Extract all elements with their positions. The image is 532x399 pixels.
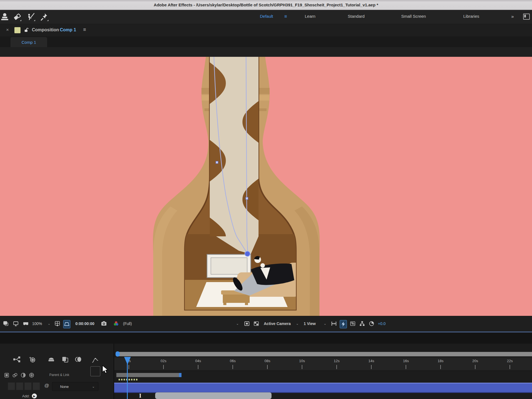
snapshot-camera-icon[interactable] <box>101 320 107 327</box>
composition-panel-header: × Composition Comp 1 ≡ <box>0 24 532 36</box>
add-menu-icon[interactable]: ▶ <box>32 393 37 398</box>
3d-view-popup[interactable]: Active Camera <box>264 320 291 327</box>
parent-pick-whip-icon[interactable]: @ <box>44 383 49 388</box>
magnification-value[interactable]: 100% <box>32 320 42 327</box>
switches-column-icon <box>4 372 9 378</box>
time-ruler[interactable]: 0s02s04s06s08s10s12s14s16s18s20s22s <box>114 357 532 371</box>
composition-viewport[interactable] <box>0 57 532 316</box>
timeline-panel: Parent & Link @ None ⌄ Add: ▶ <box>0 344 532 399</box>
layer-switch-cell[interactable] <box>16 382 23 390</box>
workspace-overflow-chevrons[interactable]: » <box>511 14 514 19</box>
unlock-icon[interactable] <box>24 28 29 32</box>
channel-settings-icon[interactable] <box>113 320 119 327</box>
ottoman-body <box>223 295 250 303</box>
ruler-tick <box>406 365 406 369</box>
viewer-chrome-gap <box>0 47 532 57</box>
magnification-chevron-icon[interactable]: ⌄ <box>48 320 50 327</box>
selected-layer-bar[interactable] <box>114 383 532 393</box>
ruler-tick <box>336 365 337 369</box>
resolution-value[interactable]: (Full) <box>123 320 132 327</box>
frame-blend-icon[interactable] <box>62 356 69 363</box>
view-layout-chevron-icon[interactable]: ⌄ <box>324 320 326 327</box>
workspace-tab-learn[interactable]: Learn <box>305 14 315 19</box>
mask-visibility-icon[interactable] <box>63 320 70 328</box>
shy-icon[interactable] <box>48 356 55 363</box>
resolution-chevron-icon[interactable]: ⌄ <box>236 320 239 327</box>
ruler-label: 02s <box>157 359 170 363</box>
motion-blur-icon[interactable] <box>75 356 82 363</box>
text-cursor: I <box>139 392 141 399</box>
layer-duration-bar[interactable] <box>155 392 272 399</box>
layer-switch-cell[interactable] <box>24 382 32 390</box>
3d-ball-column-icon <box>29 372 34 378</box>
panel-close-icon[interactable]: × <box>6 27 9 33</box>
flowchart-icon[interactable] <box>359 320 365 327</box>
goggles-icon[interactable] <box>23 320 29 327</box>
parent-dropdown[interactable]: None ⌄ <box>52 382 98 391</box>
tab-label: Comp 1 <box>22 40 36 45</box>
title-bar: Adobe After Effects - /Users/skylar/Desk… <box>0 0 532 10</box>
ruler-label: 08s <box>261 359 273 363</box>
workspace-tab-standard[interactable]: Standard <box>348 14 365 19</box>
ruler-label: 06s <box>227 359 239 363</box>
view-layout-popup[interactable]: 1 View <box>304 320 316 327</box>
tools-toolbar: Default ≡ Learn Standard Small Screen Li… <box>0 10 532 24</box>
frames-preview-icon[interactable] <box>3 320 9 327</box>
scotch-bottle-artwork <box>0 57 532 316</box>
work-area-bar[interactable] <box>116 373 181 377</box>
navigator-start-handle[interactable] <box>116 351 120 357</box>
link-column-icon <box>12 372 18 378</box>
current-time-display[interactable]: 0:00:00:00 <box>75 320 94 327</box>
timeline-panel-icon[interactable] <box>350 320 356 327</box>
ruler-label: 14s <box>365 359 377 363</box>
fast-previews-icon[interactable] <box>340 320 347 328</box>
parent-link-column-header: Parent & Link <box>49 373 69 377</box>
timeline-track-area: 0s02s04s06s08s10s12s14s16s18s20s22s I <box>114 344 532 399</box>
mouse-cursor <box>102 365 109 375</box>
time-navigator-bar[interactable] <box>116 352 532 356</box>
transparency-grid-icon[interactable] <box>253 320 259 327</box>
ruler-label: 20s <box>469 359 481 363</box>
clone-stamp-tool-icon[interactable] <box>0 12 9 22</box>
chevron-down-icon: ⌄ <box>92 385 95 388</box>
viewer-tab-row: Comp 1 <box>0 36 532 47</box>
flyout-indicator <box>20 20 21 21</box>
3d-view-chevron-icon[interactable]: ⌄ <box>296 320 299 327</box>
ruler-tick <box>440 365 441 369</box>
work-area-end-handle[interactable] <box>179 373 181 377</box>
layer-switch-cell[interactable] <box>33 382 40 390</box>
workspace-tab-small-screen[interactable]: Small Screen <box>401 14 426 19</box>
roto-brush-tool-icon[interactable] <box>26 12 36 22</box>
workspace-tab-libraries[interactable]: Libraries <box>463 14 479 19</box>
active-comp-name[interactable]: Comp 1 <box>60 27 76 32</box>
draft-3d-icon[interactable] <box>29 356 36 363</box>
exposure-value[interactable]: +0.0 <box>378 320 386 327</box>
mask-vertex <box>246 197 248 200</box>
ruler-label: 04s <box>192 359 204 363</box>
tab-comp-1[interactable]: Comp 1 <box>11 37 47 47</box>
pixel-aspect-icon[interactable] <box>331 320 337 327</box>
graph-editor-icon[interactable] <box>102 356 109 363</box>
ruler-tick <box>510 365 510 369</box>
ruler-tick <box>163 365 164 369</box>
ruler-tick <box>475 365 475 369</box>
window-title: Adobe After Effects - /Users/skylar/Desk… <box>154 2 378 7</box>
keyframe-dash <box>121 379 122 380</box>
comp-mini-flowchart-icon[interactable] <box>13 356 21 363</box>
eraser-tool-icon[interactable] <box>12 12 22 22</box>
ruler-label: 16s <box>400 359 412 363</box>
workspace-menu-icon[interactable]: ≡ <box>284 14 287 19</box>
monitor-icon[interactable] <box>13 320 19 327</box>
panel-icon[interactable] <box>523 14 530 20</box>
ruler-label: 18s <box>434 359 447 363</box>
add-label: Add: <box>22 394 30 398</box>
puppet-pin-tool-icon[interactable] <box>40 12 49 22</box>
panel-menu-icon[interactable]: ≡ <box>83 27 86 33</box>
keyframe-dash <box>119 379 120 380</box>
layer-switch-cell[interactable] <box>8 382 15 390</box>
grid-guides-icon[interactable] <box>54 320 60 327</box>
reset-exposure-icon[interactable] <box>369 320 375 327</box>
region-of-interest-icon[interactable] <box>244 320 250 327</box>
workspace-tab-default[interactable]: Default <box>260 14 273 19</box>
panel-title: Composition <box>32 27 59 32</box>
